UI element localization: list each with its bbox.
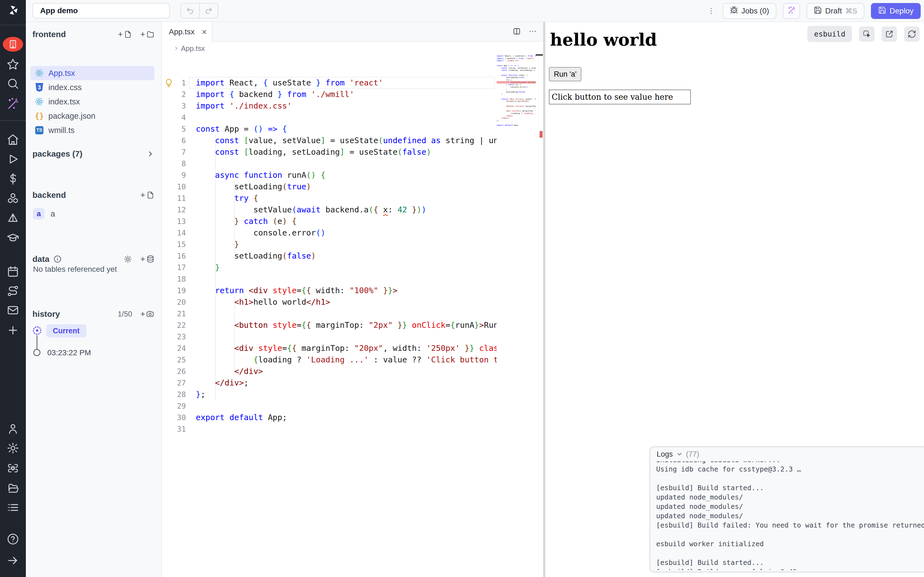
ellipsis-icon[interactable]: [528, 27, 537, 37]
code-line[interactable]: 29: [162, 400, 497, 412]
wand-sparkles-icon[interactable]: [6, 97, 19, 110]
code-line[interactable]: 19 return <div style={{ width: "100%" }}…: [162, 285, 497, 296]
file-item-package-json[interactable]: {}package.json: [30, 109, 155, 123]
code-line[interactable]: 27 </div>;: [162, 377, 497, 388]
add-folder-button[interactable]: +: [140, 30, 155, 39]
folder-open-icon[interactable]: [6, 482, 19, 495]
refresh-icon[interactable]: [904, 26, 919, 42]
packages-section-header[interactable]: packages (7): [32, 147, 155, 161]
add-snapshot-button[interactable]: +: [140, 309, 155, 319]
panel-resize-handle[interactable]: [543, 22, 545, 577]
code-line[interactable]: 12 setValue(await backend.a({ x: 42 })): [162, 204, 497, 215]
code-line[interactable]: 11 try {: [162, 192, 497, 204]
history-current-node-icon[interactable]: [33, 326, 41, 335]
code-line[interactable]: 14 console.error(): [162, 227, 497, 239]
code-line[interactable]: 25 {loading ? 'Loading ...' : value ?? '…: [162, 354, 497, 366]
gear-icon[interactable]: [124, 255, 132, 263]
undo-button[interactable]: [181, 3, 199, 18]
chevron-down-icon[interactable]: [676, 451, 683, 458]
windmill-logo-icon[interactable]: [6, 4, 19, 16]
inspect-element-icon[interactable]: [859, 26, 874, 42]
code-line[interactable]: 15 }: [162, 239, 497, 250]
code-line[interactable]: 24 <div style={{ marginTop: "20px", widt…: [162, 342, 497, 354]
server-cog-icon[interactable]: [6, 462, 19, 474]
code-line[interactable]: 10 setLoading(true): [162, 181, 497, 192]
deploy-label: Deploy: [890, 6, 914, 15]
file-item-app-tsx[interactable]: App.tsx: [30, 66, 155, 80]
code-content[interactable]: 1import React, { useState } from 'react'…: [162, 55, 497, 577]
list-icon[interactable]: [6, 501, 19, 514]
star-icon[interactable]: [6, 58, 19, 71]
code-line[interactable]: 31: [162, 423, 497, 435]
draft-button[interactable]: Draft ⌘S: [806, 3, 864, 19]
backend-script-row[interactable]: a a: [33, 206, 55, 221]
breadcrumb[interactable]: App.tsx: [173, 42, 205, 55]
run-a-button[interactable]: Run 'a': [549, 67, 582, 81]
more-menu-icon[interactable]: [706, 7, 716, 15]
code-line[interactable]: 26 </div>: [162, 366, 497, 377]
code-line[interactable]: 8: [162, 158, 497, 169]
route-icon[interactable]: [6, 285, 19, 297]
boxes-icon[interactable]: [6, 192, 19, 205]
pyramid-icon[interactable]: [6, 212, 19, 225]
arrow-right-icon[interactable]: [6, 554, 19, 567]
deploy-button[interactable]: Deploy: [871, 3, 921, 19]
history-timestamp[interactable]: 03:23:22 PM: [47, 348, 91, 357]
line-number: 1: [162, 79, 186, 87]
code-line[interactable]: 30export default App;: [162, 412, 497, 423]
info-icon[interactable]: [53, 255, 61, 263]
close-icon[interactable]: ×: [202, 27, 207, 36]
file-item-wmill-ts[interactable]: TSwmill.ts: [30, 123, 155, 137]
play-icon[interactable]: [6, 153, 19, 165]
code-line[interactable]: 4: [162, 111, 497, 123]
open-external-icon[interactable]: [882, 26, 897, 42]
home-icon[interactable]: [6, 133, 19, 146]
help-circle-icon[interactable]: [6, 533, 19, 545]
dollar-sign-icon[interactable]: [6, 172, 19, 185]
code-line[interactable]: 23: [162, 331, 497, 342]
minimap[interactable]: import React, { useState } from 'react'i…: [497, 55, 536, 170]
mail-icon[interactable]: [6, 304, 19, 316]
code-line[interactable]: 20 <h1>hello world</h1>: [162, 296, 497, 308]
line-number: 18: [162, 275, 186, 283]
code-line[interactable]: 6 const [value, setValue] = useState(und…: [162, 135, 497, 146]
code-line[interactable]: 18: [162, 273, 497, 285]
history-current-badge[interactable]: Current: [46, 324, 86, 337]
calendar-icon[interactable]: [6, 265, 19, 278]
code-line[interactable]: 22 <button style={{ marginTop: "2px" }} …: [162, 319, 497, 331]
add-file-button[interactable]: +: [118, 30, 132, 39]
code-line[interactable]: 17 }: [162, 261, 497, 273]
line-number: 11: [162, 194, 186, 203]
code-line[interactable]: 28};: [162, 388, 497, 400]
code-line[interactable]: 16 setLoading(false): [162, 250, 497, 261]
code-line[interactable]: 7 const [loading, setLoading] = useState…: [162, 146, 497, 158]
tab-app-tsx[interactable]: App.tsx ×: [162, 22, 212, 42]
graduation-cap-icon[interactable]: [6, 232, 19, 244]
add-script-button[interactable]: +: [140, 190, 155, 200]
file-item-index-tsx[interactable]: index.tsx: [30, 95, 155, 109]
chevron-right-icon[interactable]: [146, 150, 155, 158]
undo-redo-group: [180, 3, 218, 18]
code-line[interactable]: 13 } catch (e) {: [162, 215, 497, 227]
app-name-input[interactable]: App demo: [32, 3, 170, 18]
add-database-button[interactable]: +: [140, 255, 155, 264]
history-node-icon[interactable]: [33, 349, 40, 356]
jobs-button[interactable]: Jobs (0): [723, 3, 776, 19]
settings-icon[interactable]: [6, 442, 19, 455]
redo-button[interactable]: [199, 3, 218, 18]
code-line[interactable]: 1import React, { useState } from 'react': [162, 77, 497, 89]
search-icon[interactable]: [6, 77, 19, 90]
breadcrumb-item: App.tsx: [181, 44, 205, 53]
split-editor-icon[interactable]: [512, 27, 521, 37]
code-line[interactable]: 2import { backend } from './wmill': [162, 89, 497, 100]
code-line[interactable]: 3import './index.css': [162, 100, 497, 111]
code-line[interactable]: 21: [162, 308, 497, 319]
building-icon[interactable]: [3, 37, 23, 52]
plus-icon[interactable]: [6, 324, 19, 337]
user-icon[interactable]: [6, 422, 19, 435]
code-line[interactable]: 9 async function runA() {: [162, 169, 497, 181]
code-line[interactable]: 5const App = () => {: [162, 123, 497, 135]
ai-wand-button[interactable]: [783, 3, 800, 19]
file-item-index-css[interactable]: 3index.css: [30, 80, 155, 95]
logs-title[interactable]: Logs: [657, 450, 673, 459]
